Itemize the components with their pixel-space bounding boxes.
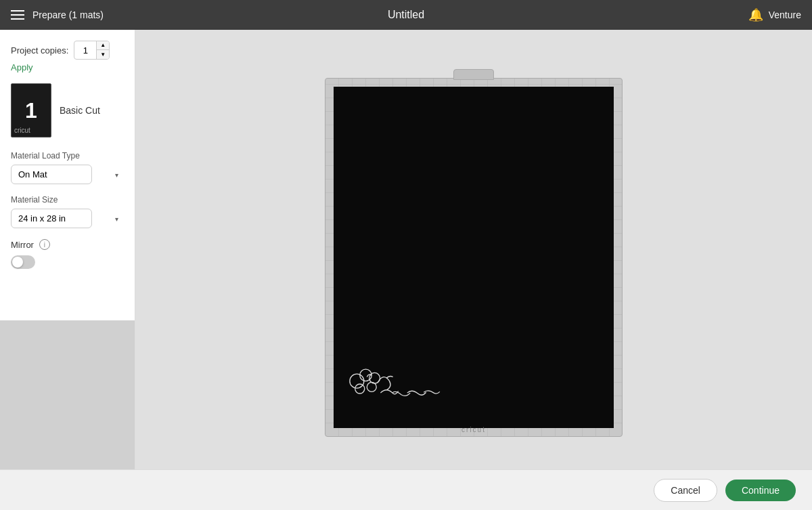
bell-icon[interactable]: 🔔 xyxy=(748,7,763,22)
material-load-type-label: Material Load Type xyxy=(11,151,124,161)
continue-button[interactable]: Continue xyxy=(725,480,796,501)
toggle-thumb xyxy=(12,257,23,268)
material-load-type-section: Material Load Type On Mat Roll ▾ xyxy=(11,151,124,184)
mirror-info-icon[interactable]: i xyxy=(39,239,50,250)
machine-label: Venture xyxy=(769,9,801,20)
mat-thumb-sublabel: cricut xyxy=(14,127,30,134)
mirror-row: Mirror i xyxy=(11,239,124,250)
footer: Cancel Continue xyxy=(0,469,812,510)
project-copies-label: Project copies: xyxy=(11,45,68,56)
sidebar: Project copies: ▲ ▼ Apply 1 cricut Basic… xyxy=(0,30,135,510)
mat-canvas-wrapper: cricut xyxy=(325,43,623,471)
document-title: Untitled xyxy=(388,9,424,20)
material-size-wrapper: 24 in x 28 in 12 in x 12 in 12 in x 24 i… xyxy=(11,209,124,228)
copies-input[interactable] xyxy=(74,45,96,56)
svg-point-3 xyxy=(367,382,376,391)
material-load-type-chevron: ▾ xyxy=(115,171,118,178)
copies-up-button[interactable]: ▲ xyxy=(97,41,109,50)
copies-input-wrapper: ▲ ▼ xyxy=(74,41,110,60)
project-copies-row: Project copies: ▲ ▼ xyxy=(11,41,124,60)
mirror-toggle[interactable] xyxy=(11,255,35,269)
material-size-label: Material Size xyxy=(11,195,124,205)
mirror-label: Mirror xyxy=(11,240,34,250)
copies-down-button[interactable]: ▼ xyxy=(97,50,109,60)
prepare-title: Prepare (1 mats) xyxy=(32,9,104,20)
material-load-type-select[interactable]: On Mat Roll xyxy=(11,165,92,184)
copies-arrows: ▲ ▼ xyxy=(96,41,109,60)
mat-top-clip xyxy=(453,69,494,80)
mat-branding-label: cricut xyxy=(461,426,486,433)
material-size-select[interactable]: 24 in x 28 in 12 in x 12 in 12 in x 24 i… xyxy=(11,209,92,228)
svg-point-0 xyxy=(350,374,364,388)
material-load-type-wrapper: On Mat Roll ▾ xyxy=(11,165,124,184)
app-header: Prepare (1 mats) Untitled 🔔 Venture xyxy=(0,0,812,30)
canvas-area: cricut − 31% + xyxy=(135,30,812,510)
material-size-section: Material Size 24 in x 28 in 12 in x 12 i… xyxy=(11,195,124,228)
mat-thumbnail[interactable]: 1 cricut xyxy=(11,83,51,137)
mat-number: 1 xyxy=(25,98,37,123)
mat-visual: cricut xyxy=(325,78,623,437)
mat-artwork xyxy=(340,360,462,408)
cancel-button[interactable]: Cancel xyxy=(654,479,717,502)
mat-cut-type: Basic Cut xyxy=(60,105,100,116)
material-size-chevron: ▾ xyxy=(115,215,118,222)
svg-point-4 xyxy=(355,384,365,394)
main-layout: Project copies: ▲ ▼ Apply 1 cricut Basic… xyxy=(0,30,812,510)
mat-item: 1 cricut Basic Cut xyxy=(11,83,124,137)
mat-inner xyxy=(334,87,614,428)
mirror-section: Mirror i xyxy=(11,239,124,269)
apply-button[interactable]: Apply xyxy=(11,62,33,72)
menu-button[interactable] xyxy=(11,10,24,20)
